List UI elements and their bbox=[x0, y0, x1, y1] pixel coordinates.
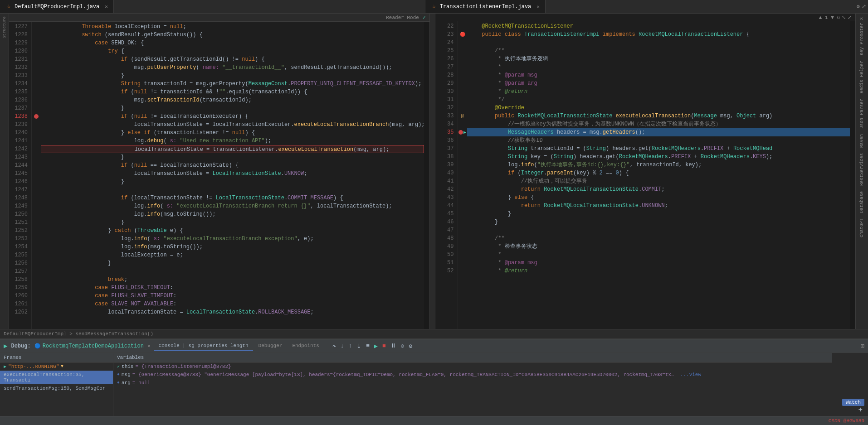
code-line-1245: localTransactionState = LocalTransaction… bbox=[41, 169, 424, 178]
code-line-1242: localTransactionState = transactionListe… bbox=[41, 145, 424, 153]
code-line-1251: } bbox=[41, 218, 424, 227]
code-line-1258: break; bbox=[41, 275, 424, 284]
debug-stop[interactable]: ■ bbox=[381, 342, 387, 350]
rcode-52: * @return bbox=[467, 267, 850, 275]
frame-label-1: executeLocalTransaction:35, Transacti bbox=[4, 372, 109, 383]
variables-header: Variables bbox=[113, 353, 832, 362]
code-line-1239: localTransactionState = localTransaction… bbox=[41, 121, 424, 129]
left-code-lines: Throwable localException = null; switch … bbox=[41, 22, 424, 329]
left-code-area: 1227 1228 1229 1230 1231 1232 1233 1234 … bbox=[9, 22, 429, 329]
debug-step-out[interactable]: ↑ bbox=[347, 342, 353, 350]
settings-icon[interactable]: ⚙ bbox=[857, 3, 860, 10]
left-editor: Reader Mode ✓ 1227 1228 1229 1230 1231 1… bbox=[9, 14, 429, 329]
restservices-label[interactable]: RestServices bbox=[858, 151, 865, 188]
code-line-1244: if (null == localTransactionState) { bbox=[41, 161, 424, 169]
database-label[interactable]: Database bbox=[858, 189, 865, 215]
left-tab[interactable]: ☕ DefaultMQProducerImpl.java ✕ bbox=[0, 0, 114, 13]
maven-label[interactable]: Maven bbox=[858, 132, 865, 150]
var-item-1[interactable]: ✓ this = {TransactionListenerImpl@8782} bbox=[113, 362, 832, 371]
left-tab-label: DefaultMQProducerImpl.java bbox=[15, 4, 99, 10]
left-tab-close[interactable]: ✕ bbox=[105, 4, 108, 10]
right-tab[interactable]: ☕ TransactionListenerImpl.java ✕ bbox=[425, 0, 546, 13]
code-line-1249: log.info( s: "executeLocalTransactionBra… bbox=[41, 202, 424, 210]
debug-run-button[interactable]: ▶ bbox=[4, 342, 7, 350]
rcode-47 bbox=[467, 226, 850, 234]
debug-tab-endpoints[interactable]: Endpoints bbox=[288, 341, 323, 351]
json-parser-label[interactable]: Json Parser bbox=[858, 97, 865, 130]
debug-icon2: @ bbox=[461, 114, 463, 119]
rcode-31: */ bbox=[467, 96, 850, 104]
right-line-numbers: 22 23 24 25 26 27 28 29 30 31 32 33 34 3… bbox=[435, 21, 458, 329]
debug-icon: 🔴 bbox=[460, 32, 465, 37]
debug-pause[interactable]: ⏸ bbox=[389, 342, 398, 350]
debug-run-cursor[interactable]: ⤓ bbox=[355, 342, 363, 351]
code-line-1257 bbox=[41, 267, 424, 275]
rcode-39: log.info("执行本地事务,事务id:{},key:{}", transa… bbox=[467, 161, 850, 169]
watch-button[interactable]: Watch bbox=[842, 399, 864, 406]
csdn-badge: CSDN @HGW689 bbox=[829, 418, 864, 424]
left-minimap bbox=[424, 22, 429, 329]
rcode-44: return RocketMQLocalTransactionState.UNK… bbox=[467, 202, 850, 210]
code-line-1234: String transactionId = msg.getProperty(M… bbox=[41, 80, 424, 88]
code-line-1243: } bbox=[41, 153, 424, 161]
rcode-38: String key = (String) headers.get(Rocket… bbox=[467, 153, 850, 161]
left-line-numbers: 1227 1228 1229 1230 1231 1232 1233 1234 … bbox=[9, 22, 32, 329]
key-promoter-label[interactable]: Key Promoter X bbox=[858, 15, 865, 57]
code-line-1253: log.info( s: "executeLocalTransactionBra… bbox=[41, 235, 424, 243]
rcode-48: /** bbox=[467, 234, 850, 242]
frame-item-3[interactable]: sendTransactionMsg:150, SendMsgCor bbox=[0, 384, 113, 392]
rcode-36: //获取事务ID bbox=[467, 136, 850, 145]
right-expand-icon[interactable]: ⤡ bbox=[842, 14, 846, 20]
rcode-30: * @return bbox=[467, 87, 850, 96]
right-tab-close[interactable]: ✕ bbox=[536, 4, 540, 10]
var-item-2[interactable]: ● msg = {GenericMessage@8783} "GenericMe… bbox=[113, 371, 832, 379]
debug-app-close[interactable]: ✕ bbox=[147, 343, 151, 349]
code-line-1254: log.info(msg.toString()); bbox=[41, 243, 424, 251]
debug-step-into[interactable]: ↓ bbox=[339, 342, 346, 350]
debug-evaluate[interactable]: ≡ bbox=[365, 342, 371, 350]
debug-step-over[interactable]: ↷ bbox=[331, 342, 337, 351]
rcode-23: public class TransactionListenerImpl imp… bbox=[467, 30, 850, 39]
frame-item-1[interactable]: ▶ "http-...RUNNING" ▼ bbox=[0, 362, 113, 371]
rcode-22: @RocketMQTransactionListener bbox=[467, 22, 850, 30]
debug-tabs: Console | sg properties length Debugger … bbox=[154, 341, 324, 351]
code-line-1228: switch (sendResult.getSendStatus()) { bbox=[41, 31, 424, 39]
code-line-1261: case SLAVE_NOT_AVAILABLE: bbox=[41, 300, 424, 308]
app-icon: 🔵 bbox=[34, 343, 41, 349]
reader-mode-label[interactable]: Reader Mode bbox=[386, 15, 419, 20]
var-check-icon: ✓ bbox=[117, 364, 120, 369]
code-line-1246: } bbox=[41, 178, 424, 186]
frame-item-2[interactable]: executeLocalTransaction:35, Transacti bbox=[0, 371, 113, 384]
debug-mute[interactable]: ⊘ bbox=[400, 342, 406, 351]
structure-label[interactable]: Structure bbox=[2, 16, 7, 39]
rcode-29: * @param arg bbox=[467, 79, 850, 87]
variables-panel: Variables ✓ this = {TransactionListenerI… bbox=[113, 353, 832, 416]
code-line-1238: if (null != localTransactionExecuter) { bbox=[41, 112, 424, 121]
debug-resume[interactable]: ▶ bbox=[373, 342, 379, 351]
var-item-3[interactable]: ● arg = null bbox=[113, 379, 832, 387]
plus-button[interactable]: + bbox=[856, 406, 864, 414]
debug-settings[interactable]: ⚙ bbox=[408, 342, 414, 351]
var-blue-icon: ● bbox=[117, 372, 120, 377]
view-link[interactable]: ...View bbox=[680, 372, 701, 377]
redis-helper-label[interactable]: Redis Helper bbox=[858, 59, 865, 95]
rcode-25: /** bbox=[467, 47, 850, 55]
expand-icon[interactable]: ⤢ bbox=[862, 3, 866, 10]
left-side-panel: Structure bbox=[0, 14, 9, 329]
right-side-icons: Key Promoter X Redis Helper Json Parser … bbox=[855, 14, 868, 329]
rcode-34: //一模拟当key为偶数时提交事务，为基数UNKNOWN（在指定次数下检查当前事… bbox=[467, 120, 850, 128]
rcode-45: } bbox=[467, 210, 850, 218]
right-code-area: 22 23 24 25 26 27 28 29 30 31 32 33 34 3… bbox=[435, 21, 856, 329]
code-line-1237: } bbox=[41, 104, 424, 112]
right-collapse-icon[interactable]: ⤢ bbox=[848, 14, 852, 20]
debug-tab-console[interactable]: Console | sg properties length bbox=[154, 341, 253, 351]
code-line-1236: msg.setTransactionId(transactionId); bbox=[41, 96, 424, 104]
chatgpt-label[interactable]: ChatGPT bbox=[858, 217, 865, 239]
expand-debug-panel[interactable]: ⊞ bbox=[861, 342, 864, 350]
rcode-46: } bbox=[467, 218, 850, 226]
breadcrumb-bar: DefaultMQProducerImpl > sendMessageInTra… bbox=[0, 329, 868, 339]
right-indicator-a1: ▲ 1 ▼ 6 bbox=[819, 15, 840, 20]
code-line-1250: log.info(msg.toString()); bbox=[41, 210, 424, 218]
rcode-40: if (Integer.parseInt(key) % 2 == 0) { bbox=[467, 169, 850, 177]
debug-tab-debugger[interactable]: Debugger bbox=[254, 341, 287, 351]
